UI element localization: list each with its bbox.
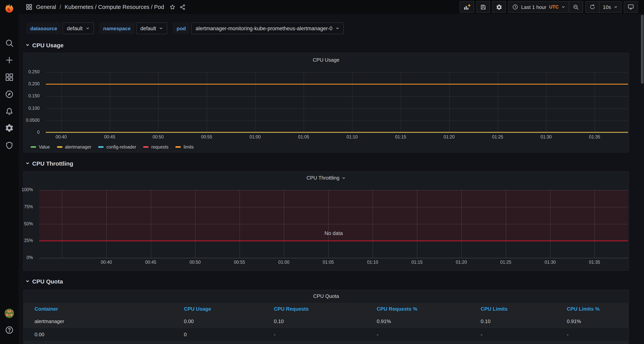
x-tick-label: 00:55 [201,134,212,139]
x-tick-label: 00:40 [101,260,112,264]
y-axis-labels: 00.05000.1000.1500.2000.250 [24,72,43,133]
chevron-down-icon [86,26,90,30]
time-range-picker[interactable]: Last 1 hour UTC [509,2,569,12]
x-tick-label: 01:15 [395,134,406,139]
section-row-cpu-throttling[interactable]: CPU Throttling [26,160,73,167]
legend-swatch [31,146,36,148]
variable-pod: pod alertmanager-monitoring-kube-prometh… [173,22,344,34]
legend-label: requests [151,145,168,149]
x-tick-label: 01:05 [298,134,310,139]
chevron-down-icon [159,26,163,30]
user-avatar[interactable] [5,309,14,318]
grafana-logo[interactable] [4,3,15,14]
chevron-down-icon [561,5,565,9]
x-tick-label: 00:45 [104,134,116,139]
x-tick-label: 01:25 [492,134,503,139]
y-tick-label: 0.150 [28,94,40,98]
sidebar [0,0,18,344]
cpu-usage-graph-area[interactable] [46,72,628,133]
add-panel-button[interactable] [460,1,474,13]
refresh-interval-picker[interactable]: 10s [599,2,621,12]
panel-title-cpu-quota[interactable]: CPU Quota [24,293,628,299]
breadcrumb-folder[interactable]: General [36,4,56,10]
threshold-line [39,241,628,242]
vertical-scrollbar-thumb[interactable] [641,15,644,84]
table-column-header[interactable]: Container [34,306,184,312]
refresh-group: 10s [586,1,622,13]
legend-item-requests[interactable]: requests [143,145,168,149]
pod-select[interactable]: alertmanager-monitoring-kube-prometheus-… [191,22,344,34]
table-cell: alertmanager [34,318,184,324]
legend-item-alertmanager[interactable]: alertmanager [57,145,91,149]
table-column-header[interactable]: CPU Requests [274,306,377,312]
y-tick-label: 0.100 [28,106,40,110]
x-tick-label: 01:35 [589,260,600,264]
y-axis-labels: 0%25%50%75%100% [24,190,36,258]
x-tick-label: 01:15 [412,260,423,264]
server-admin-shield-icon[interactable] [5,141,14,150]
legend-item-limits[interactable]: limits [175,145,194,149]
share-icon[interactable] [179,4,186,10]
table-column-header[interactable]: CPU Limits [481,306,567,312]
x-tick-label: 00:50 [190,260,201,264]
section-title: CPU Throttling [32,160,73,166]
kiosk-mode-button[interactable] [624,1,638,13]
search-icon[interactable] [5,38,14,48]
star-icon[interactable] [169,4,176,10]
grafana-dashboard: General / Kubernetes / Compute Resources… [0,0,644,344]
panel-title-cpu-usage[interactable]: CPU Usage [24,57,628,63]
section-title: CPU Quota [32,278,63,284]
refresh-button[interactable] [586,2,599,12]
table-column-header[interactable]: CPU Usage [184,306,274,312]
legend-item-Value[interactable]: Value [31,145,50,149]
graph-legend: Valuealertmanagerconfig-reloaderrequests… [31,144,194,150]
x-tick-label: 01:10 [367,260,378,264]
x-tick-label: 01:25 [500,260,512,264]
datasource-label: datasource [26,22,61,34]
explore-compass-icon[interactable] [5,90,14,99]
zoom-out-button[interactable] [569,2,583,12]
namespace-select[interactable]: default [136,22,168,34]
create-plus-icon[interactable] [5,56,14,65]
table-column-header[interactable]: CPU Limits % [567,306,628,312]
y-tick-label: 100% [22,187,33,192]
table-cell: 0 [184,332,274,337]
x-tick-label: 00:50 [153,134,164,139]
collapse-chevron-icon [26,43,30,47]
y-tick-label: 0.200 [28,82,40,86]
chevron-down-icon [336,26,340,30]
panel-cpu-usage: CPU Usage 00.05000.1000.1500.2000.250 00… [23,53,629,152]
table-cell: - [567,332,628,337]
dashboard-settings-button[interactable] [492,1,506,13]
y-tick-label: 50% [24,221,33,226]
section-row-cpu-quota[interactable]: CPU Quota [26,277,63,285]
legend-swatch [98,146,104,148]
configuration-gear-icon[interactable] [5,123,14,133]
section-row-cpu-usage[interactable]: CPU Usage [26,41,64,49]
cpu-throttling-graph-area[interactable]: No data [39,190,628,258]
help-icon[interactable] [5,326,14,335]
x-tick-label: 00:40 [56,134,67,139]
breadcrumb-dashboard-title[interactable]: Kubernetes / Compute Resources / Pod [64,4,164,10]
panel-title-cpu-throttling[interactable]: CPU Throttling [24,175,628,181]
save-dashboard-button[interactable] [476,1,490,13]
x-axis-labels: 00:4000:4500:5000:5501:0001:0501:1001:15… [39,260,628,265]
series-line-limits [46,84,628,84]
datasource-select[interactable]: default [63,22,94,34]
y-tick-label: 75% [24,204,33,209]
variable-datasource: datasource default [26,22,94,34]
dashboards-icon[interactable] [5,72,14,82]
table-cell: 0.00 [184,318,274,324]
x-tick-label: 01:30 [544,260,556,264]
panel-cpu-quota: CPU Quota ContainerCPU UsageCPU Requests… [23,290,629,344]
top-navbar: General / Kubernetes / Compute Resources… [18,0,644,14]
y-tick-label: 0 [37,130,40,134]
x-tick-label: 01:05 [322,260,334,264]
table-column-header[interactable]: CPU Requests % [377,306,481,312]
legend-item-config-reloader[interactable]: config-reloader [98,145,136,149]
x-axis-labels: 00:4000:4500:5000:5501:0001:0501:1001:15… [46,134,628,140]
alerting-bell-icon[interactable] [5,107,14,116]
legend-swatch [175,146,181,148]
x-tick-label: 01:30 [540,134,552,139]
series-line-alertmanager [46,132,628,132]
